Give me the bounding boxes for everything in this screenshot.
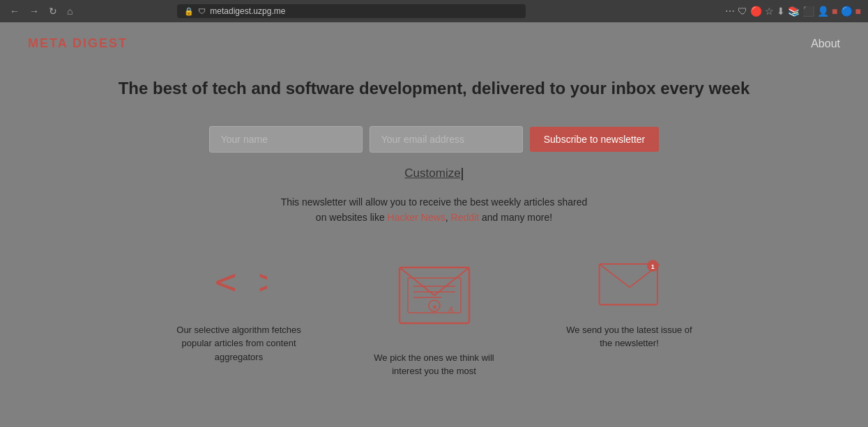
more-icon[interactable]: ⋯: [725, 6, 735, 17]
hacker-news-link[interactable]: Hacker News: [388, 212, 446, 223]
svg-text:1: 1: [650, 263, 654, 270]
hero-section: The best of tech and software developmen…: [0, 65, 868, 399]
subscribe-button[interactable]: Subscribe to newsletter: [530, 127, 660, 152]
extension-icon-3[interactable]: 🔵: [841, 6, 853, 17]
envelope-icon: 1: [595, 254, 664, 312]
profile-icon[interactable]: 👤: [817, 6, 829, 17]
svg-text:A: A: [448, 305, 453, 313]
description-text: This newsletter will allow you to receiv…: [28, 194, 840, 226]
customize-link[interactable]: Customize: [28, 166, 840, 180]
refresh-button[interactable]: ↻: [46, 4, 60, 18]
svg-line-3: [434, 267, 469, 295]
code-icon: < >: [211, 254, 267, 312]
newsletter-icon: ★ A: [393, 254, 476, 340]
nav-about-link[interactable]: About: [811, 38, 840, 50]
features-section: < > Our selective algorithm fetches popu…: [28, 254, 840, 378]
feature-text-pick: We pick the ones we think will interest …: [365, 351, 504, 378]
browser-toolbar-right: ⋯ 🛡 🔴 ☆ ⬇ 📚 ⬛ 👤 ■ 🔵 ■: [725, 6, 861, 17]
site-logo: META DIGEST: [28, 36, 128, 51]
library-icon[interactable]: 📚: [788, 6, 800, 17]
extension-icon-4[interactable]: ■: [855, 6, 861, 17]
browser-chrome: ← → ↻ ⌂ 🔒 🛡 metadigest.uzpg.me ⋯ 🛡 🔴 ☆ ⬇…: [0, 0, 868, 22]
url-bar[interactable]: 🔒 🛡 metadigest.uzpg.me: [177, 4, 526, 18]
lock-icon: 🔒: [184, 7, 194, 16]
home-button[interactable]: ⌂: [64, 4, 75, 18]
subscribe-form: Subscribe to newsletter: [28, 126, 840, 153]
svg-text:★: ★: [432, 303, 438, 311]
extension-icon-2[interactable]: ■: [832, 6, 837, 17]
feature-item-algorithm: < > Our selective algorithm fetches popu…: [169, 254, 309, 364]
forward-button[interactable]: →: [26, 4, 42, 18]
download-icon[interactable]: ⬇: [777, 6, 785, 17]
hero-headline: The best of tech and software developmen…: [28, 79, 840, 98]
page-content: META DIGEST About The best of tech and s…: [0, 22, 868, 427]
site-nav: META DIGEST About: [0, 22, 868, 65]
email-input[interactable]: [370, 126, 523, 153]
shield-icon: 🛡: [198, 7, 206, 15]
extension-icon-1[interactable]: 🔴: [750, 6, 762, 17]
tabs-icon[interactable]: ⬛: [802, 6, 814, 17]
feature-text-send: We send you the latest issue of the news…: [560, 323, 699, 350]
text-cursor: [462, 168, 463, 180]
feature-text-algorithm: Our selective algorithm fetches popular …: [169, 323, 309, 364]
feature-item-send: 1 We send you the latest issue of the ne…: [560, 254, 699, 350]
feature-item-pick: ★ A We pick the ones we think will inter…: [365, 254, 504, 378]
star-icon[interactable]: ☆: [765, 6, 774, 17]
name-input[interactable]: [209, 126, 363, 153]
reddit-link[interactable]: Reddit: [451, 212, 479, 223]
svg-text:< >: < >: [215, 261, 267, 302]
svg-line-2: [399, 267, 434, 295]
url-text: metadigest.uzpg.me: [210, 6, 285, 16]
back-button[interactable]: ←: [7, 4, 22, 18]
shield-toolbar-icon[interactable]: 🛡: [738, 6, 747, 17]
